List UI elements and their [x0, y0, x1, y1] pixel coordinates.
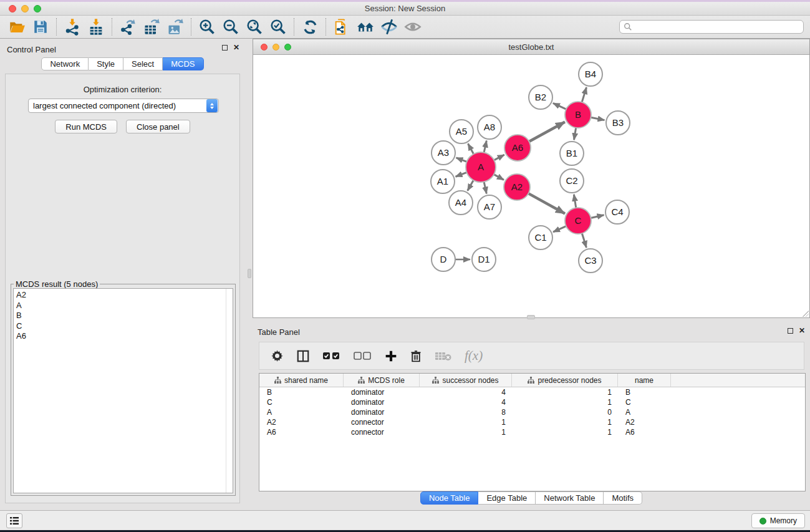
graph-edge-A-A6[interactable] — [494, 155, 504, 160]
table-body: Bdominator41BCdominator41CAdominator80AA… — [259, 387, 805, 437]
column-header-mcds_role[interactable]: MCDS role — [344, 374, 420, 387]
graph-edge-B-B2[interactable] — [553, 103, 566, 109]
settings-gear-icon[interactable] — [271, 349, 284, 362]
import-table-icon[interactable] — [84, 17, 108, 37]
graph-edge-A-A1[interactable] — [456, 172, 467, 177]
delete-column-icon[interactable] — [410, 350, 422, 362]
result-scrollbar[interactable] — [226, 289, 226, 493]
graph-node-label: B2 — [535, 92, 546, 102]
export-table-icon[interactable] — [140, 17, 163, 37]
table-tabs: Node TableEdge TableNetwork TableMotifs — [253, 491, 810, 505]
save-session-icon[interactable] — [29, 17, 52, 37]
toolbar-separator — [112, 18, 112, 36]
refresh-icon[interactable] — [298, 17, 322, 37]
network-canvas[interactable]: AA1A2A3A4A5A6A7A8BB1B2B3B4CC1C2C3C4DD1 — [253, 55, 809, 317]
table-row[interactable]: Bdominator41B — [259, 387, 805, 397]
node-table[interactable]: shared nameMCDS rolesuccessor nodesprede… — [259, 373, 806, 491]
graph-edge-A-A2[interactable] — [494, 175, 504, 180]
zoom-fit-icon[interactable] — [243, 17, 266, 37]
float-panel-icon[interactable] — [222, 45, 228, 51]
column-layout-icon[interactable] — [296, 349, 310, 363]
cell-successor_nodes: 1 — [420, 428, 512, 437]
close-panel-button[interactable]: Close panel — [126, 120, 190, 133]
mcds-result-item[interactable]: B — [16, 311, 233, 321]
graph-edge-C-C3[interactable] — [582, 233, 586, 248]
graph-edge-B-B3[interactable] — [591, 117, 605, 120]
titlebar: Session: New Session — [0, 2, 810, 16]
cell-shared_name: B — [259, 388, 344, 397]
tab-select[interactable]: Select — [123, 57, 163, 70]
tab-network-table[interactable]: Network Table — [536, 491, 604, 505]
panel-divider[interactable] — [243, 39, 253, 505]
add-column-icon[interactable] — [385, 350, 397, 362]
table-row[interactable]: A2connector11A2 — [259, 417, 805, 427]
export-network-icon[interactable] — [116, 17, 140, 37]
tab-style[interactable]: Style — [89, 57, 123, 70]
main-toolbar — [0, 16, 810, 39]
network-graph[interactable]: AA1A2A3A4A5A6A7A8BB1B2B3B4CC1C2C3C4DD1 — [253, 55, 809, 317]
close-table-panel-icon[interactable]: ✕ — [799, 328, 805, 334]
graph-edge-A2-C[interactable] — [528, 193, 565, 213]
mcds-result-item[interactable]: A6 — [16, 331, 233, 342]
mcds-result-item[interactable]: A — [16, 301, 233, 311]
divider-handle[interactable] — [248, 269, 251, 278]
graph-edge-B-B4[interactable] — [582, 87, 586, 102]
optimization-criterion-select[interactable]: largest connected component (directed) — [28, 99, 219, 113]
memory-button[interactable]: Memory — [751, 513, 805, 528]
tab-network[interactable]: Network — [41, 57, 89, 70]
close-panel-icon[interactable]: ✕ — [233, 45, 239, 51]
hide-panels-icon[interactable] — [377, 17, 401, 37]
run-mcds-button[interactable]: Run MCDS — [55, 120, 117, 133]
first-neighbors-icon[interactable] — [354, 17, 377, 37]
window-resize-grip[interactable] — [801, 309, 809, 317]
graph-edge-C-C2[interactable] — [574, 195, 576, 208]
cell-shared_name: A2 — [259, 418, 344, 427]
table-panel-title: Table Panel — [258, 327, 300, 337]
select-all-icon[interactable] — [322, 351, 341, 360]
column-header-successor_nodes[interactable]: successor nodes — [420, 374, 512, 387]
table-row[interactable]: Cdominator41C — [259, 397, 805, 407]
export-image-icon[interactable] — [163, 17, 187, 37]
graph-node-label: C2 — [566, 175, 577, 186]
tab-edge-table[interactable]: Edge Table — [478, 491, 536, 505]
cell-predecessor_nodes: 1 — [512, 418, 618, 427]
open-file-icon[interactable] — [5, 17, 29, 37]
graph-edge-B-B1[interactable] — [574, 128, 576, 140]
search-input[interactable] — [632, 21, 803, 32]
graph-edge-C-C4[interactable] — [591, 215, 604, 218]
delete-table-icon — [435, 351, 452, 362]
table-row[interactable]: Adominator80A — [259, 407, 805, 417]
mcds-result-item[interactable]: C — [16, 321, 233, 332]
horizontal-divider-handle[interactable] — [527, 315, 535, 319]
tab-node-table[interactable]: Node Table — [420, 491, 479, 505]
graph-edge-A-A3[interactable] — [456, 158, 467, 162]
graph-edge-A-A5[interactable] — [468, 143, 474, 154]
zoom-selected-icon[interactable] — [266, 17, 290, 37]
mcds-result-list[interactable]: A2ABCA6 — [13, 288, 233, 493]
tab-mcds[interactable]: MCDS — [163, 57, 203, 70]
search-icon — [624, 22, 632, 31]
cell-successor_nodes: 4 — [420, 398, 512, 407]
zoom-in-icon[interactable] — [195, 17, 219, 37]
cell-name: B — [618, 388, 671, 397]
table-row[interactable]: A6connector11A6 — [259, 427, 805, 437]
graph-edge-A-A7[interactable] — [484, 181, 486, 193]
show-panels-icon[interactable] — [401, 17, 425, 37]
column-header-name[interactable]: name — [618, 374, 671, 387]
deselect-all-icon[interactable] — [354, 351, 372, 360]
float-table-panel-icon[interactable] — [788, 328, 793, 334]
column-header-filler — [671, 374, 805, 387]
graph-edge-C-C1[interactable] — [553, 226, 566, 232]
new-network-from-selection-icon[interactable] — [330, 17, 354, 37]
tab-motifs[interactable]: Motifs — [604, 491, 642, 505]
import-network-icon[interactable] — [60, 17, 84, 37]
mcds-result-item[interactable]: A2 — [16, 290, 233, 301]
graph-edge-A-A8[interactable] — [484, 140, 486, 152]
task-history-button[interactable] — [6, 513, 22, 528]
graph-edge-A6-B[interactable] — [529, 122, 565, 142]
graph-edge-A-A4[interactable] — [468, 180, 473, 191]
zoom-out-icon[interactable] — [219, 17, 243, 37]
column-header-shared_name[interactable]: shared name — [259, 374, 344, 387]
cell-shared_name: A6 — [259, 428, 344, 437]
column-header-predecessor_nodes[interactable]: predecessor nodes — [512, 374, 618, 387]
